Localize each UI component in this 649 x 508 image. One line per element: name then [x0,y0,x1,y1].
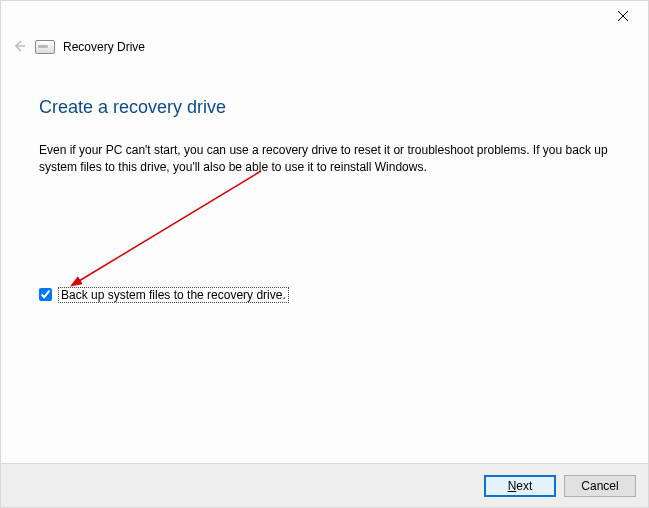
header-bar: Recovery Drive [1,29,648,59]
cancel-button[interactable]: Cancel [564,475,636,497]
page-title: Create a recovery drive [39,97,610,118]
window-title: Recovery Drive [63,40,145,54]
close-icon [617,10,629,22]
backup-checkbox[interactable] [39,288,52,301]
back-button[interactable] [11,39,27,55]
footer-bar: Next Cancel [1,463,648,507]
close-button[interactable] [608,5,638,27]
next-button[interactable]: Next [484,475,556,497]
recovery-drive-icon [35,40,55,54]
titlebar [1,1,648,29]
content-area: Create a recovery drive Even if your PC … [1,59,648,303]
page-description: Even if your PC can't start, you can use… [39,142,610,177]
backup-checkbox-row: Back up system files to the recovery dri… [39,287,610,303]
back-arrow-icon [12,39,26,53]
backup-checkbox-label[interactable]: Back up system files to the recovery dri… [58,287,289,303]
